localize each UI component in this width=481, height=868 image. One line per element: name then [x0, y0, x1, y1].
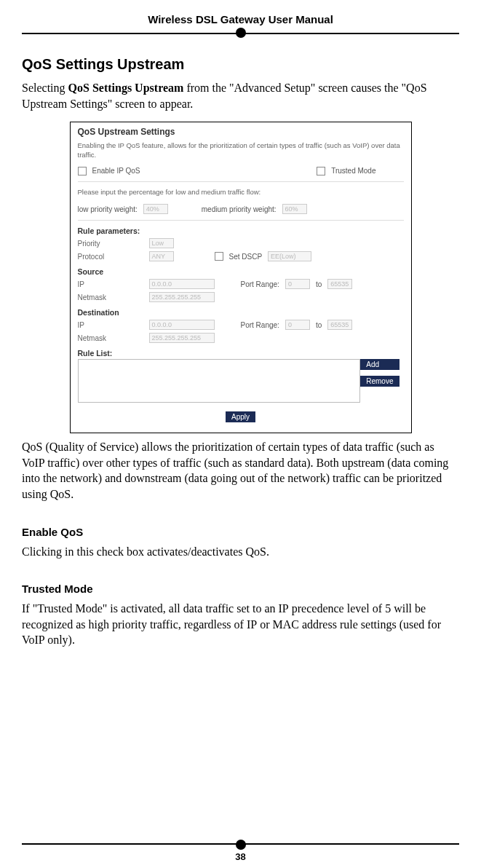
med-weight-label: medium priority weight: [202, 205, 277, 213]
dst-netmask-label: Netmask [78, 334, 143, 342]
enable-qos-checkbox[interactable] [78, 167, 87, 175]
trusted-mode-label: Trusted Mode [331, 167, 375, 175]
trusted-pre: If "Trusted Mode" is activated, all data… [22, 602, 279, 615]
setdscp-select[interactable]: EE(Low) [268, 251, 311, 261]
section-intro: Selecting QoS Settings Upstream from the… [22, 80, 459, 111]
intro-bold: QoS Settings Upstream [68, 82, 184, 94]
src-ip-label: IP [78, 280, 143, 288]
dst-netmask-input[interactable]: 255.255.255.255 [149, 333, 215, 343]
enable-qos-text: Clicking in this check box activates/dea… [22, 544, 459, 560]
trusted-mode-checkbox[interactable] [317, 167, 325, 175]
enable-qos-label: Enable IP QoS [92, 167, 140, 175]
src-port-label: Port Range: [241, 280, 279, 288]
manual-header: Wireless DSL Gateway User Manual [22, 13, 459, 34]
src-port-to: to [316, 280, 322, 288]
dst-ip-label: IP [78, 321, 143, 329]
rule-list-heading: Rule List: [78, 349, 404, 358]
setdscp-label: Set DSCP [229, 253, 263, 261]
trusted-mid2: or [257, 618, 272, 631]
rule-params-heading: Rule parameters: [78, 226, 404, 235]
ss-title: QoS Upstream Settings [78, 127, 404, 137]
intro-pre: Selecting [22, 82, 68, 94]
protocol-select[interactable]: ANY [149, 251, 174, 261]
dst-port-b[interactable]: 65535 [327, 320, 352, 330]
src-netmask-label: Netmask [78, 293, 143, 301]
protocol-label: Protocol [78, 253, 143, 261]
enable-qos-title: Enable QoS [22, 526, 459, 538]
src-ip-input[interactable]: 0.0.0.0 [149, 279, 215, 289]
trusted-mode-title: Trusted Mode [22, 583, 459, 595]
priority-select[interactable]: Low [149, 238, 174, 248]
src-netmask-input[interactable]: 255.255.255.255 [149, 292, 215, 302]
low-weight-select[interactable]: 40% [143, 204, 168, 214]
header-ornament [236, 28, 246, 38]
med-weight-select[interactable]: 60% [282, 204, 307, 214]
trusted-sc3: MAC [272, 618, 298, 631]
add-button[interactable]: Add [360, 359, 399, 370]
src-port-b[interactable]: 65535 [327, 279, 352, 289]
percent-note: Please input the percentage for low and … [78, 188, 404, 197]
dst-port-a[interactable]: 0 [285, 320, 310, 330]
setdscp-checkbox[interactable] [215, 252, 223, 261]
trusted-sc1: IP [279, 602, 289, 615]
apply-button[interactable]: Apply [226, 411, 255, 422]
footer-ornament [236, 840, 246, 850]
qos-screenshot: QoS Upstream Settings Enabling the IP Qo… [70, 122, 412, 433]
source-heading: Source [78, 267, 404, 276]
qos-description: QoS (Quality of Service) allows the prio… [22, 439, 459, 502]
trusted-mode-text: If "Trusted Mode" is activated, all data… [22, 601, 459, 648]
priority-label: Priority [78, 240, 143, 248]
trusted-sc2: IP [247, 618, 257, 631]
page-number: 38 [0, 851, 481, 862]
manual-title: Wireless DSL Gateway User Manual [148, 13, 333, 25]
remove-button[interactable]: Remove [360, 376, 399, 387]
rule-list-box[interactable] [78, 359, 360, 403]
dst-port-to: to [316, 321, 322, 329]
section-title: QoS Settings Upstream [22, 56, 459, 73]
dst-ip-input[interactable]: 0.0.0.0 [149, 320, 215, 330]
low-weight-label: low priority weight: [78, 205, 138, 213]
dst-port-label: Port Range: [241, 321, 279, 329]
dest-heading: Destination [78, 308, 404, 317]
src-port-a[interactable]: 0 [285, 279, 310, 289]
ss-note: Enabling the IP QoS feature, allows for … [78, 141, 404, 159]
